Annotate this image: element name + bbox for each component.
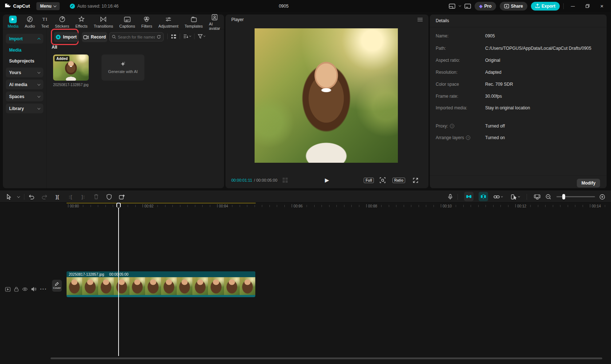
timeline-clip[interactable]: 20250817-132857.jpg 00:00:05:00 xyxy=(67,271,255,297)
bottom-panel-icon[interactable] xyxy=(464,4,471,9)
ratio-button[interactable]: Ratio xyxy=(392,178,405,183)
player-menu-icon[interactable] xyxy=(418,18,423,21)
pro-gem-icon: ◆ xyxy=(479,4,482,9)
media-thumbnail[interactable]: Added xyxy=(53,54,89,81)
undo-icon[interactable] xyxy=(27,190,36,203)
tab-stickers[interactable]: Stickers xyxy=(55,16,69,28)
chevron-down-icon xyxy=(37,70,40,73)
delete-left-icon[interactable]: :[ xyxy=(66,190,75,203)
ruler-tick: 00:02 xyxy=(143,204,153,209)
tab-templates[interactable]: Templates xyxy=(184,16,203,28)
restore-button[interactable] xyxy=(582,2,593,11)
fullscreen-icon[interactable] xyxy=(413,178,418,183)
delete-right-icon[interactable]: ]: xyxy=(79,190,88,203)
filter-all-label[interactable]: All xyxy=(52,45,57,50)
help-icon[interactable]: ? xyxy=(466,136,470,140)
delete-icon[interactable] xyxy=(92,190,100,203)
select-mode-icon[interactable] xyxy=(508,190,522,203)
focus-zoom-icon[interactable] xyxy=(380,177,386,183)
select-cursor-icon[interactable] xyxy=(5,190,13,203)
toolbar-divider xyxy=(180,33,180,39)
zoom-in-icon[interactable] xyxy=(598,190,607,203)
timeline-toolbar: ][ :[ ]: xyxy=(0,190,611,203)
lock-icon[interactable] xyxy=(14,287,19,292)
sidebar-item-ai-media[interactable]: AI media xyxy=(6,80,43,89)
magnet-snap-button[interactable] xyxy=(464,192,474,201)
tab-text[interactable]: TI Text xyxy=(41,16,49,28)
tab-ai-avatar[interactable]: AI avatar xyxy=(209,13,220,31)
captions-icon xyxy=(123,16,131,23)
close-button[interactable]: × xyxy=(596,2,607,11)
link-clips-icon[interactable] xyxy=(492,190,504,203)
track-more-icon[interactable]: ··· xyxy=(40,286,47,292)
search-input[interactable] xyxy=(118,35,155,39)
share-label: Share xyxy=(511,4,523,9)
details-panel: Details Name:0905 Path:C:/Users/TOPGUS/A… xyxy=(430,15,607,188)
grid-view-icon[interactable] xyxy=(171,34,176,39)
layout-chevron-icon[interactable] xyxy=(459,4,461,7)
added-badge: Added xyxy=(55,56,69,61)
tab-captions[interactable]: Captions xyxy=(119,16,135,28)
play-button[interactable]: ▶ xyxy=(325,177,329,183)
split-icon[interactable]: ][ xyxy=(53,190,62,203)
playhead[interactable] xyxy=(118,203,119,356)
sidebar-item-spaces[interactable]: Spaces xyxy=(6,92,43,101)
mask-icon[interactable] xyxy=(105,190,113,203)
toggle-visibility-icon[interactable] xyxy=(22,287,28,291)
refresh-icon[interactable] xyxy=(157,35,161,39)
tab-adjustment[interactable]: Adjustment xyxy=(158,16,178,28)
add-clip-icon[interactable] xyxy=(117,190,126,203)
sparkle-icon xyxy=(120,61,126,67)
tab-effects[interactable]: Effects xyxy=(75,16,87,28)
chevron-up-icon xyxy=(37,38,40,41)
tab-media[interactable]: Media xyxy=(8,16,19,28)
timeline-zoom-handle[interactable] xyxy=(562,194,565,199)
sidebar-item-subprojects[interactable]: Subprojects xyxy=(6,57,43,65)
generate-with-ai-card[interactable]: Generate with AI xyxy=(101,54,144,81)
sidebar-item-library[interactable]: Library xyxy=(6,104,43,113)
frame-view-icon[interactable] xyxy=(283,178,288,183)
filters-icon xyxy=(143,16,151,23)
mute-track-icon[interactable] xyxy=(31,287,36,291)
export-button[interactable]: Export xyxy=(531,2,560,11)
minimize-button[interactable]: ─ xyxy=(567,2,578,11)
templates-icon xyxy=(190,16,197,23)
redo-icon[interactable] xyxy=(40,190,49,203)
player-panel: Player 00:00:01:11 / 00:00:05:00 ▶ Full … xyxy=(225,15,428,188)
timeline-preview-icon[interactable] xyxy=(532,190,542,203)
import-plus-icon xyxy=(56,35,61,40)
media-search-field[interactable] xyxy=(109,32,164,41)
help-icon[interactable]: ? xyxy=(450,124,454,128)
timeline-area[interactable]: 00:00 00:02 00:04 00:06 00:08 00:10 00:1… xyxy=(0,203,611,364)
full-button[interactable]: Full xyxy=(364,178,374,183)
media-library-panel: Media Audio TI Text Stickers Effects Tra… xyxy=(3,15,224,188)
record-button[interactable]: Record xyxy=(82,32,107,42)
sidebar-item-import[interactable]: Import xyxy=(6,34,43,44)
tab-audio[interactable]: Audio xyxy=(25,16,35,28)
ruler-tick: 00:06 xyxy=(292,204,303,209)
record-voiceover-icon[interactable] xyxy=(446,190,455,203)
layout-panels-icon[interactable] xyxy=(449,4,455,9)
import-button[interactable]: Import xyxy=(54,32,79,42)
cursor-chevron-icon[interactable] xyxy=(16,190,21,203)
tab-filters[interactable]: Filters xyxy=(141,16,152,28)
zoom-out-icon[interactable] xyxy=(544,190,553,203)
ai-avatar-icon xyxy=(211,13,218,21)
clip-label: 20250817-132857.jpg 00:00:05:00 xyxy=(67,271,255,277)
tab-transitions[interactable]: Transitions xyxy=(94,16,113,28)
auto-cut-button[interactable] xyxy=(479,192,488,201)
effects-star-icon xyxy=(77,16,85,23)
horizontal-scrollbar[interactable] xyxy=(51,357,602,359)
details-divider xyxy=(430,175,607,175)
sidebar-item-media[interactable]: Media xyxy=(6,46,43,54)
playhead-handle[interactable] xyxy=(116,203,121,209)
share-button[interactable]: Share xyxy=(500,2,527,11)
proxy-label: Proxy: xyxy=(436,124,448,129)
ruler-tick: 00:10 xyxy=(441,204,452,209)
modify-button[interactable]: Modify xyxy=(577,179,600,187)
pro-button[interactable]: ◆ Pro xyxy=(475,2,496,11)
filter-icon[interactable] xyxy=(198,34,205,39)
cover-button[interactable]: Cover xyxy=(52,280,62,292)
sort-icon[interactable] xyxy=(183,34,191,39)
sidebar-item-yours[interactable]: Yours xyxy=(6,68,43,77)
